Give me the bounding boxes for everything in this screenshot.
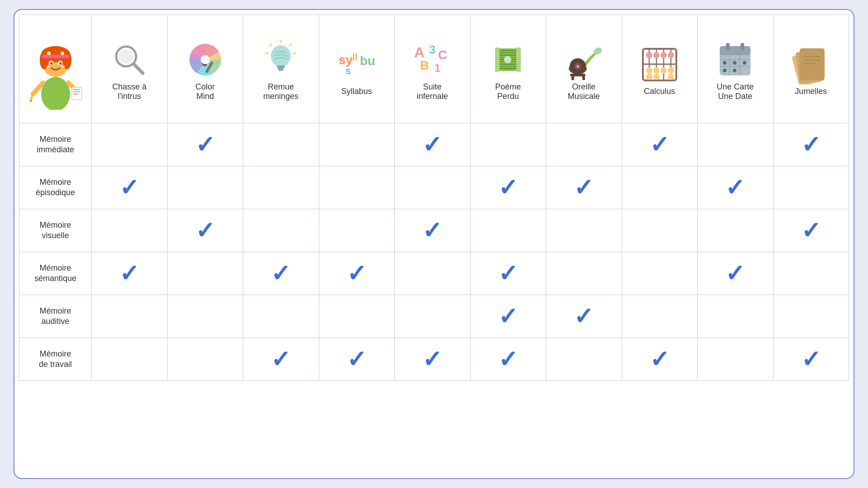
cell-r0-c1: ✓ xyxy=(167,123,243,166)
cell-r5-c5: ✓ xyxy=(470,338,546,381)
col-color-label: Color Mind xyxy=(170,82,241,101)
svg-text:1: 1 xyxy=(434,62,440,74)
svg-line-38 xyxy=(293,53,296,54)
svg-point-97 xyxy=(733,61,736,65)
svg-line-40 xyxy=(266,53,268,54)
cell-r4-c5: ✓ xyxy=(470,295,546,338)
cell-r2-c4: ✓ xyxy=(395,209,471,252)
cell-r1-c1 xyxy=(167,166,243,209)
cell-r4-c9 xyxy=(773,295,849,338)
col-syllabus-label: Syllabus xyxy=(321,87,393,96)
svg-line-28 xyxy=(134,64,143,73)
check-icon: ✓ xyxy=(548,176,620,199)
cell-r5-c8 xyxy=(698,338,774,381)
cell-r3-c2: ✓ xyxy=(243,252,319,295)
lightbulb-icon xyxy=(262,40,300,79)
abacus-icon xyxy=(639,45,680,84)
col-carte-label: Une Carte Une Date xyxy=(699,82,771,101)
cell-r3-c0: ✓ xyxy=(92,252,168,295)
check-icon: ✓ xyxy=(472,347,544,371)
col-suite-label: Suite infernale xyxy=(396,82,468,101)
cell-r5-c3: ✓ xyxy=(319,338,395,381)
col-oreille: Oreille Musicale xyxy=(546,15,622,123)
svg-point-98 xyxy=(743,61,746,65)
col-poeme-label: Poème Perdu xyxy=(472,82,544,101)
row-label-1: Mémoire épisodique xyxy=(19,166,92,209)
cell-r1-c2 xyxy=(243,166,319,209)
col-calculus-label: Calculus xyxy=(624,87,696,96)
syllabus-icon: sy ll bu s xyxy=(336,46,377,82)
svg-text:s: s xyxy=(345,65,351,76)
cell-r3-c1 xyxy=(167,252,243,295)
cell-r1-c8: ✓ xyxy=(698,166,774,209)
check-icon: ✓ xyxy=(472,305,544,328)
check-icon: ✓ xyxy=(245,347,317,371)
cell-r5-c2: ✓ xyxy=(243,338,319,381)
check-icon: ✓ xyxy=(775,219,847,242)
cell-r0-c0 xyxy=(92,123,168,166)
cell-r0-c6 xyxy=(546,123,622,166)
cell-r2-c2 xyxy=(243,209,319,252)
svg-rect-6 xyxy=(73,94,79,94)
main-card: Chasse à l'intrus xyxy=(14,9,854,479)
svg-point-78 xyxy=(653,52,660,58)
check-icon: ✓ xyxy=(94,176,165,199)
svg-line-37 xyxy=(290,44,291,46)
svg-text:B: B xyxy=(420,58,429,72)
svg-rect-91 xyxy=(741,43,744,50)
cell-r4-c3 xyxy=(319,295,395,338)
cell-r4-c6: ✓ xyxy=(546,295,622,338)
check-icon: ✓ xyxy=(699,176,771,199)
svg-text:C: C xyxy=(438,48,447,62)
check-icon: ✓ xyxy=(245,262,317,285)
svg-point-32 xyxy=(271,45,291,67)
svg-rect-34 xyxy=(278,68,284,70)
cell-r5-c9: ✓ xyxy=(773,338,849,381)
check-icon: ✓ xyxy=(170,219,241,242)
cell-r0-c8 xyxy=(698,123,774,166)
svg-rect-70 xyxy=(582,76,585,80)
svg-rect-61 xyxy=(516,47,521,72)
cell-r4-c4 xyxy=(395,295,471,338)
check-icon: ✓ xyxy=(472,176,544,199)
svg-point-81 xyxy=(646,67,652,74)
svg-text:3: 3 xyxy=(429,43,435,56)
svg-point-99 xyxy=(723,69,726,72)
col-oreille-label: Oreille Musicale xyxy=(548,82,620,101)
cell-r3-c7 xyxy=(622,252,698,295)
svg-point-83 xyxy=(653,67,660,74)
row-label-5: Mémoire de travail xyxy=(19,338,92,381)
svg-rect-5 xyxy=(73,91,80,92)
svg-point-85 xyxy=(660,67,667,74)
cell-r4-c8 xyxy=(698,295,774,338)
check-icon: ✓ xyxy=(94,262,165,285)
check-icon: ✓ xyxy=(472,262,544,285)
svg-rect-35 xyxy=(278,70,283,71)
row-label-3: Mémoire sémantique xyxy=(19,252,92,295)
col-jumelles: Jumelles xyxy=(773,15,849,123)
cell-r4-c1 xyxy=(167,295,243,338)
cell-r3-c6 xyxy=(546,252,622,295)
cell-r5-c0 xyxy=(92,338,168,381)
svg-point-15 xyxy=(61,52,63,54)
check-icon: ✓ xyxy=(396,347,468,371)
cell-r4-c7 xyxy=(622,295,698,338)
svg-rect-68 xyxy=(570,74,585,76)
col-calculus: Calculus xyxy=(622,15,698,123)
cell-r0-c4: ✓ xyxy=(395,123,471,166)
col-remue: Remue meninges xyxy=(243,15,319,123)
check-icon: ✓ xyxy=(775,347,847,371)
svg-point-19 xyxy=(59,62,62,65)
svg-line-39 xyxy=(270,44,272,46)
cell-r5-c1 xyxy=(167,338,243,381)
check-icon: ✓ xyxy=(321,347,393,371)
cell-r1-c4 xyxy=(395,166,471,209)
check-icon: ✓ xyxy=(548,305,620,328)
col-chasse: Chasse à l'intrus xyxy=(92,15,168,123)
check-icon: ✓ xyxy=(624,133,696,156)
cell-r5-c4: ✓ xyxy=(395,338,471,381)
svg-point-13 xyxy=(48,52,50,54)
col-color: Color Mind xyxy=(167,15,243,123)
col-carte: Une Carte Une Date xyxy=(698,15,774,123)
svg-rect-60 xyxy=(495,47,500,72)
